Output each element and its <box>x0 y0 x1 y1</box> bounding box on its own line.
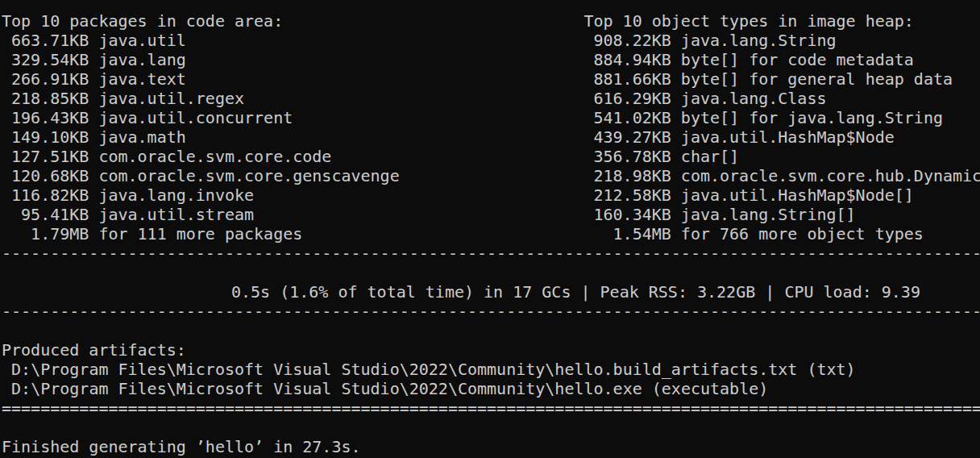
size-value: 116.82KB <box>2 185 89 205</box>
size-value: 95.41KB <box>2 205 89 224</box>
size-value: 884.94KB <box>583 50 671 69</box>
divider-bar: | <box>765 282 774 302</box>
size-value: 1.79MB <box>2 224 89 244</box>
table-row: 329.54KB java.lang884.94KB byte[] for co… <box>2 50 980 69</box>
artifact-file-path: D:\Program Files\Microsoft Visual Studio… <box>11 379 642 398</box>
package-name: java.util.concurrent <box>98 108 293 127</box>
object-type-name: com.oracle.svm.core.hub.DynamicHub <box>681 166 980 185</box>
blank-line <box>2 321 980 340</box>
table-row: 218.85KB java.util.regex616.29KB java.la… <box>2 89 980 108</box>
divider-bar: | <box>580 282 590 302</box>
object-type-name: byte[] for general heap data <box>681 69 953 89</box>
artifact-file-path: D:\Program Files\Microsoft Visual Studio… <box>11 360 797 379</box>
size-value: 218.85KB <box>2 89 89 108</box>
more-object-types-label: for 766 more object types <box>681 224 924 244</box>
size-value: 149.10KB <box>2 127 89 147</box>
package-name: java.text <box>98 69 185 89</box>
package-name: com.oracle.svm.core.code <box>98 147 331 166</box>
size-value: 908.22KB <box>583 31 671 50</box>
size-value: 616.29KB <box>583 89 671 108</box>
table-row: 120.68KB com.oracle.svm.core.genscavenge… <box>2 166 980 185</box>
size-value: 120.68KB <box>2 166 89 185</box>
table-row: 266.91KB java.text881.66KB byte[] for ge… <box>2 69 980 89</box>
artifact-row: D:\Program Files\Microsoft Visual Studio… <box>2 360 980 379</box>
blank-line <box>2 263 980 282</box>
separator-dashed: ----------------------------------------… <box>2 302 980 321</box>
size-value: 1.54MB <box>583 224 671 244</box>
package-name: java.lang <box>98 50 185 69</box>
size-value: 439.27KB <box>583 127 671 147</box>
artifact-row: D:\Program Files\Microsoft Visual Studio… <box>2 379 980 398</box>
peak-rss: Peak RSS: 3.22GB <box>600 282 756 302</box>
object-type-name: byte[] for code metadata <box>681 50 914 69</box>
package-name: java.lang.invoke <box>98 185 254 205</box>
object-type-name: java.lang.Class <box>681 89 827 108</box>
table-row: 127.51KB com.oracle.svm.core.code356.78K… <box>2 147 980 166</box>
object-type-name: char[] <box>681 147 739 166</box>
object-type-name: byte[] for java.lang.String <box>681 108 943 127</box>
object-type-name: java.lang.String[] <box>681 205 856 224</box>
finished-message: Finished generating ’hello’ in 27.3s. <box>2 437 980 456</box>
separator-dashed: ----------------------------------------… <box>2 244 980 263</box>
size-value: 881.66KB <box>583 69 671 89</box>
package-name: java.util.stream <box>98 205 254 224</box>
artifacts-header: Produced artifacts: <box>2 340 980 360</box>
package-name: java.util <box>98 31 185 50</box>
more-packages-label: for 111 more packages <box>98 224 302 244</box>
code-area-header: Top 10 packages in code area: <box>2 11 583 31</box>
table-row: 149.10KB java.math439.27KB java.util.Has… <box>2 127 980 147</box>
terminal-window[interactable]: Top 10 packages in code area:Top 10 obje… <box>0 0 980 458</box>
size-value: 356.78KB <box>583 147 671 166</box>
table-row: 196.43KB java.util.concurrent541.02KB by… <box>2 108 980 127</box>
table-row: 116.82KB java.lang.invoke212.58KB java.u… <box>2 185 980 205</box>
size-value: 663.71KB <box>2 31 89 50</box>
object-type-name: java.util.HashMap$Node[] <box>681 185 914 205</box>
size-value: 218.98KB <box>583 166 671 185</box>
separator-double: ========================================… <box>2 398 980 418</box>
size-value: 160.34KB <box>583 205 671 224</box>
cpu-load: CPU load: 9.39 <box>784 282 920 302</box>
size-value: 266.91KB <box>2 69 89 89</box>
size-value: 541.02KB <box>583 108 671 127</box>
table-row: 95.41KB java.util.stream160.34KB java.la… <box>2 205 980 224</box>
gc-stats-line: 0.5s (1.6% of total time) in 17 GCs | Pe… <box>2 282 980 302</box>
artifact-kind: (txt) <box>807 360 855 379</box>
size-value: 196.43KB <box>2 108 89 127</box>
object-type-name: java.lang.String <box>681 31 837 50</box>
package-name: java.util.regex <box>98 89 244 108</box>
object-type-name: java.util.HashMap$Node <box>681 127 895 147</box>
package-name: com.oracle.svm.core.genscavenge <box>98 166 399 185</box>
gc-time: 0.5s (1.6% of total time) in 17 GCs <box>231 282 571 302</box>
image-heap-header: Top 10 object types in image heap: <box>583 11 913 31</box>
size-value: 212.58KB <box>583 185 671 205</box>
artifact-kind: (executable) <box>652 379 769 398</box>
table-row: 663.71KB java.util908.22KB java.lang.Str… <box>2 31 980 50</box>
size-value: 127.51KB <box>2 147 89 166</box>
columns-header-row: Top 10 packages in code area:Top 10 obje… <box>2 11 980 31</box>
package-name: java.math <box>98 127 185 147</box>
blank-line <box>2 418 980 437</box>
table-row: 1.79MB for 111 more packages1.54MB for 7… <box>2 224 980 244</box>
size-value: 329.54KB <box>2 50 89 69</box>
